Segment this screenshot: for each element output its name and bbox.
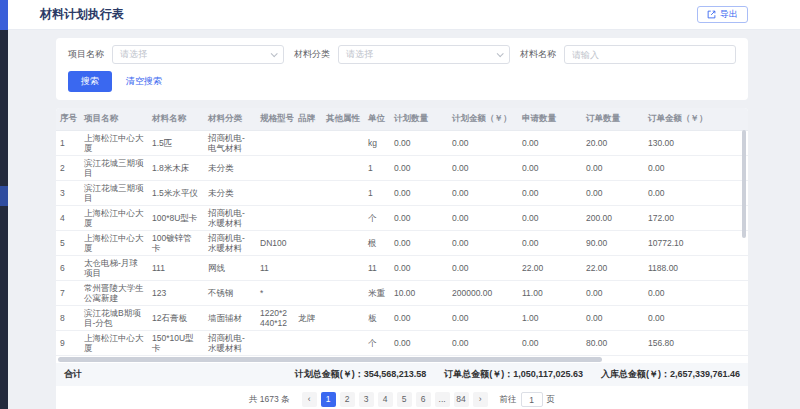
table-cell: 0.00 xyxy=(582,306,644,331)
column-header-3: 材料名称 xyxy=(148,108,204,131)
export-button[interactable]: 导出 xyxy=(697,6,748,23)
table-cell: 6 xyxy=(56,256,80,281)
table-cell: 0.00 xyxy=(582,281,644,306)
table-cell: 8 xyxy=(56,306,80,331)
category-select-placeholder: 请选择 xyxy=(346,48,373,61)
column-header-9: 计划数量 xyxy=(390,108,448,131)
horizontal-scrollbar-thumb[interactable] xyxy=(58,357,602,362)
table-row[interactable]: 3滨江花城三期项目1.5米水平仪未分类10.000.000.000.000.00 xyxy=(56,181,748,206)
table-cell xyxy=(322,231,364,256)
table-cell: 常州晋陵大学生公寓新建 xyxy=(80,281,148,306)
sidebar-active-item[interactable] xyxy=(0,186,8,206)
material-category-select[interactable]: 请选择 xyxy=(338,45,510,64)
vertical-scrollbar-thumb[interactable] xyxy=(742,130,746,238)
table-cell: 1 xyxy=(56,131,80,156)
table-row[interactable]: 4上海松江中心大厦100*8U型卡招商机电-水暖材料个0.000.000.002… xyxy=(56,206,748,231)
table-cell: 招商机电-水暖材料 xyxy=(204,206,256,231)
table-cell: 1.00 xyxy=(518,306,582,331)
table-cell: 1.8米木床 xyxy=(148,156,204,181)
planned-total-value: 354,568,213.58 xyxy=(364,369,427,379)
page-button-6[interactable]: 6 xyxy=(416,392,431,407)
table-row[interactable]: 5上海松江中心大厦100镀锌管卡招商机电-水暖材料DN100根0.000.000… xyxy=(56,231,748,256)
table-row[interactable]: 2滨江花城三期项目1.8米木床未分类10.000.000.000.000.00 xyxy=(56,156,748,181)
table-row[interactable]: 7常州晋陵大学生公寓新建123不锈钢*米重10.00200000.0011.00… xyxy=(56,281,748,306)
table-row[interactable]: 9上海松江中心大厦150*10U型卡招商机电-水暖材料个0.000.000.00… xyxy=(56,331,748,356)
table-cell: 4 xyxy=(56,206,80,231)
table-cell: 上海松江中心大厦 xyxy=(80,131,148,156)
table-cell: 滨江花城三期项目 xyxy=(80,156,148,181)
table-cell: 10.00 xyxy=(390,281,448,306)
column-header-4: 材料分类 xyxy=(204,108,256,131)
next-page-button[interactable]: › xyxy=(473,392,488,407)
table-cell: 100镀锌管卡 xyxy=(148,231,204,256)
table-cell: 22.00 xyxy=(518,256,582,281)
table-cell: 10772.10 xyxy=(644,231,748,256)
table-cell: 0.00 xyxy=(448,181,518,206)
page-button-5[interactable]: 5 xyxy=(397,392,412,407)
table-cell: 12石膏板 xyxy=(148,306,204,331)
table-cell: 不锈钢 xyxy=(204,281,256,306)
column-header-8: 单位 xyxy=(364,108,390,131)
table-cell: 90.00 xyxy=(582,231,644,256)
material-name-input[interactable] xyxy=(564,45,736,64)
chevron-down-icon xyxy=(271,50,278,57)
table-cell: 0.00 xyxy=(644,181,748,206)
table-row[interactable]: 8滨江花城B期项目-分包12石膏板墙面辅材1220*2440*12龙牌板0.00… xyxy=(56,306,748,331)
table-cell xyxy=(322,206,364,231)
page-button-3[interactable]: 3 xyxy=(359,392,374,407)
material-name-label: 材料名称 xyxy=(520,48,556,61)
order-total: 订单总金额(￥)：1,050,117,025.63 xyxy=(444,368,583,381)
table-cell: 0.00 xyxy=(518,231,582,256)
table-cell xyxy=(322,306,364,331)
table-cell: 0.00 xyxy=(448,256,518,281)
table-cell xyxy=(294,231,322,256)
page-button-84[interactable]: 84 xyxy=(454,392,469,407)
table-cell: 1.5米水平仪 xyxy=(148,181,204,206)
filter-item-project: 项目名称 请选择 xyxy=(68,45,284,64)
prev-page-button[interactable]: ‹ xyxy=(302,392,317,407)
project-select[interactable]: 请选择 xyxy=(112,45,284,64)
project-name-label: 项目名称 xyxy=(68,48,104,61)
collapsed-sidebar[interactable] xyxy=(0,0,8,409)
table-cell: 0.00 xyxy=(448,331,518,356)
table-cell: 个 xyxy=(364,331,390,356)
table-cell: 100*8U型卡 xyxy=(148,206,204,231)
table-cell xyxy=(256,206,294,231)
page-button-4[interactable]: 4 xyxy=(378,392,393,407)
table-cell: 0.00 xyxy=(390,156,448,181)
table-cell: 2 xyxy=(56,156,80,181)
table-cell: 172.00 xyxy=(644,206,748,231)
table-cell: 未分类 xyxy=(204,156,256,181)
page-button-2[interactable]: 2 xyxy=(340,392,355,407)
filter-item-category: 材料分类 请选择 xyxy=(294,45,510,64)
page-ellipsis[interactable]: ... xyxy=(435,392,450,407)
table-cell: 0.00 xyxy=(518,156,582,181)
table-cell: 招商机电-水暖材料 xyxy=(204,231,256,256)
table-row[interactable]: 1上海松江中心大厦1.5匹招商机电-电气材料kg0.000.000.0020.0… xyxy=(56,131,748,156)
table-cell: 太仓电梯-月球项目 xyxy=(80,256,148,281)
table-cell xyxy=(256,156,294,181)
table-cell: kg xyxy=(364,131,390,156)
goto-page-input[interactable] xyxy=(521,392,543,407)
table-cell: 龙牌 xyxy=(294,306,322,331)
search-button[interactable]: 搜索 xyxy=(68,71,112,92)
planned-total: 计划总金额(￥)：354,568,213.58 xyxy=(295,368,427,381)
column-header-12: 订单数量 xyxy=(582,108,644,131)
table-cell: 1188.00 xyxy=(644,256,748,281)
table-cell: 0.00 xyxy=(390,231,448,256)
filter-panel: 项目名称 请选择 材料分类 请选择 材料名称 xyxy=(56,38,748,100)
table-cell: 根 xyxy=(364,231,390,256)
table-cell: 0.00 xyxy=(518,131,582,156)
table-cell: 123 xyxy=(148,281,204,306)
table-cell: 5 xyxy=(56,231,80,256)
clear-search-link[interactable]: 清空搜索 xyxy=(126,75,162,88)
table-cell: 0.00 xyxy=(644,281,748,306)
table-row[interactable]: 6太仓电梯-月球项目111网线11110.000.0022.0022.00118… xyxy=(56,256,748,281)
page-button-1[interactable]: 1 xyxy=(321,392,336,407)
table-cell: 板 xyxy=(364,306,390,331)
pagination: 共 1673 条 ‹ 123456...84 › 前往 页 xyxy=(56,386,748,409)
inbound-total-label: 入库总金额(￥)： xyxy=(601,369,670,379)
table-cell: 7 xyxy=(56,281,80,306)
table-cell: 上海松江中心大厦 xyxy=(80,231,148,256)
table-cell: 200.00 xyxy=(582,206,644,231)
